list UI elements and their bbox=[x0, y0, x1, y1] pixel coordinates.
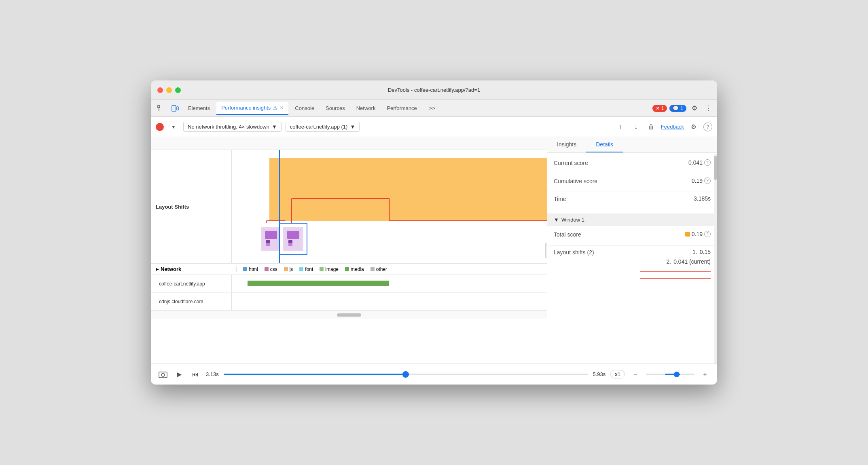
help-icon[interactable]: ? bbox=[703, 123, 712, 131]
time-value: 3.185s bbox=[694, 195, 711, 202]
minimize-button[interactable] bbox=[166, 87, 172, 93]
css-dot bbox=[265, 267, 269, 271]
tab-performance-insights[interactable]: Performance insights ⚠ ✕ bbox=[216, 102, 288, 115]
legend-media: media bbox=[345, 266, 364, 272]
window-title: DevTools - coffee-cart.netlify.app/?ad=1 bbox=[388, 87, 480, 93]
feedback-link[interactable]: Feedback bbox=[661, 124, 684, 130]
layout-shifts-header-row: Layout shifts (2) 1. 0.15 2. 0.041 (curr… bbox=[554, 249, 711, 266]
layout-shifts-content[interactable] bbox=[232, 150, 547, 263]
layout-shift-orange-bar bbox=[269, 158, 547, 221]
shift-row-2: 2. 0.041 (current) bbox=[666, 258, 711, 265]
font-dot bbox=[299, 267, 303, 271]
message-badge[interactable]: 💬 1 bbox=[669, 105, 686, 112]
separator-1 bbox=[547, 174, 717, 174]
more-options-icon[interactable]: ⋮ bbox=[703, 103, 714, 114]
window-section-header: ▼ Window 1 bbox=[547, 213, 717, 226]
network-bar-1 bbox=[248, 281, 390, 286]
media-dot bbox=[345, 267, 349, 271]
tab-insights[interactable]: Insights bbox=[547, 137, 586, 152]
svg-rect-11 bbox=[288, 240, 292, 243]
record-button[interactable] bbox=[156, 123, 164, 131]
toolbar-right: ↑ ↓ 🗑 Feedback ⚙ ? bbox=[615, 121, 712, 133]
separator-4 bbox=[547, 245, 717, 245]
html-dot bbox=[243, 267, 247, 271]
svg-rect-9 bbox=[287, 231, 299, 239]
playback-slider[interactable] bbox=[224, 374, 588, 375]
play-icon[interactable]: ▶ bbox=[174, 369, 185, 380]
devtools-window: DevTools - coffee-cart.netlify.app/?ad=1… bbox=[151, 80, 717, 385]
timeline-header: 3,160ms 3,200ms 3,240ms 3,280ms bbox=[151, 137, 547, 150]
zoom-slider[interactable] bbox=[646, 374, 694, 375]
download-icon[interactable]: ↓ bbox=[630, 121, 641, 133]
network-row-1-content[interactable] bbox=[232, 275, 547, 293]
right-scrollbar-thumb[interactable] bbox=[714, 156, 717, 180]
delete-icon[interactable]: 🗑 bbox=[646, 121, 657, 133]
close-tab-icon[interactable]: ✕ bbox=[280, 105, 284, 110]
legend-bar: ▶ Network html css js bbox=[151, 263, 547, 275]
time-start-display: 3.13s bbox=[206, 371, 219, 377]
tab-sources[interactable]: Sources bbox=[321, 102, 350, 115]
title-bar: DevTools - coffee-cart.netlify.app/?ad=1 bbox=[151, 80, 717, 100]
tab-elements[interactable]: Elements bbox=[183, 102, 215, 115]
upload-icon[interactable]: ↑ bbox=[615, 121, 626, 133]
more-tabs-button[interactable]: >> bbox=[424, 102, 440, 115]
svg-rect-2 bbox=[172, 106, 176, 111]
time-label: Time bbox=[554, 195, 566, 203]
legend-css: css bbox=[265, 266, 277, 272]
horizontal-scrollbar[interactable] bbox=[151, 311, 547, 319]
total-score-help-icon[interactable]: ? bbox=[704, 231, 711, 237]
zoom-in-icon[interactable]: + bbox=[699, 369, 711, 380]
network-row-2-content[interactable] bbox=[232, 293, 547, 311]
dropdown-arrow-icon[interactable]: ▼ bbox=[168, 121, 179, 133]
thumbnail-after bbox=[279, 223, 307, 255]
settings-panel-icon[interactable]: ⚙ bbox=[688, 121, 699, 133]
tab-console[interactable]: Console bbox=[290, 102, 319, 115]
network-section-toggle[interactable]: ▶ Network bbox=[156, 266, 237, 272]
screenshot-icon[interactable] bbox=[157, 369, 169, 380]
error-badge[interactable]: ✕ 1 bbox=[652, 105, 667, 112]
tab-network[interactable]: Network bbox=[351, 102, 381, 115]
settings-icon[interactable]: ⚙ bbox=[689, 103, 700, 114]
scrollbar-thumb[interactable] bbox=[337, 313, 361, 317]
current-score-label: Current score bbox=[554, 159, 588, 167]
tab-details[interactable]: Details bbox=[586, 137, 623, 152]
separator-3 bbox=[547, 210, 717, 210]
close-button[interactable] bbox=[157, 87, 163, 93]
total-score-value: 0.19 ? bbox=[685, 231, 711, 237]
total-score-color-dot bbox=[685, 232, 690, 237]
zoom-out-icon[interactable]: − bbox=[630, 369, 641, 380]
legend-html: html bbox=[243, 266, 258, 272]
svg-rect-0 bbox=[158, 106, 160, 108]
url-dropdown[interactable]: coffee-cart.netlify.app (1) ▼ bbox=[286, 122, 360, 132]
inspect-icon[interactable] bbox=[154, 102, 167, 115]
right-panel-scrollbar[interactable] bbox=[714, 154, 717, 364]
current-score-value: 0.041 ? bbox=[688, 159, 711, 166]
device-mode-icon[interactable] bbox=[169, 102, 182, 115]
legend-js: js bbox=[284, 266, 293, 272]
cumulative-score-label: Cumulative score bbox=[554, 178, 597, 186]
cumulative-score-value: 0.19 ? bbox=[692, 178, 711, 184]
right-panel-tabs: Insights Details bbox=[547, 137, 717, 153]
other-dot bbox=[370, 267, 375, 271]
time-end-display: 5.93s bbox=[593, 371, 605, 377]
cumulative-score-help-icon[interactable]: ? bbox=[704, 178, 711, 184]
layout-shifts-label: Layout Shifts bbox=[151, 150, 232, 263]
network-row-2-label: cdnjs.cloudflare.com bbox=[151, 293, 232, 310]
legend-other: other bbox=[370, 266, 387, 272]
tab-performance[interactable]: Performance bbox=[382, 102, 421, 115]
maximize-button[interactable] bbox=[175, 87, 181, 93]
network-row-2: cdnjs.cloudflare.com bbox=[151, 293, 547, 311]
svg-rect-5 bbox=[265, 231, 277, 239]
separator-2 bbox=[547, 192, 717, 192]
current-score-help-icon[interactable]: ? bbox=[704, 159, 711, 166]
speed-button[interactable]: x1 bbox=[610, 370, 625, 378]
cumulative-score-row: Cumulative score 0.19 ? bbox=[554, 178, 711, 186]
skip-to-start-icon[interactable]: ⏮ bbox=[190, 369, 201, 380]
image-dot bbox=[320, 267, 324, 271]
current-score-row: Current score 0.041 ? bbox=[554, 159, 711, 167]
legend-image: image bbox=[320, 266, 339, 272]
bottom-controls: ▶ ⏮ 3.13s 5.93s x1 − + bbox=[151, 364, 717, 385]
layout-shifts-row: Layout Shifts bbox=[151, 150, 547, 263]
throttle-dropdown[interactable]: No network throttling, 4× slowdown ▼ bbox=[183, 122, 282, 132]
svg-point-21 bbox=[161, 373, 165, 376]
